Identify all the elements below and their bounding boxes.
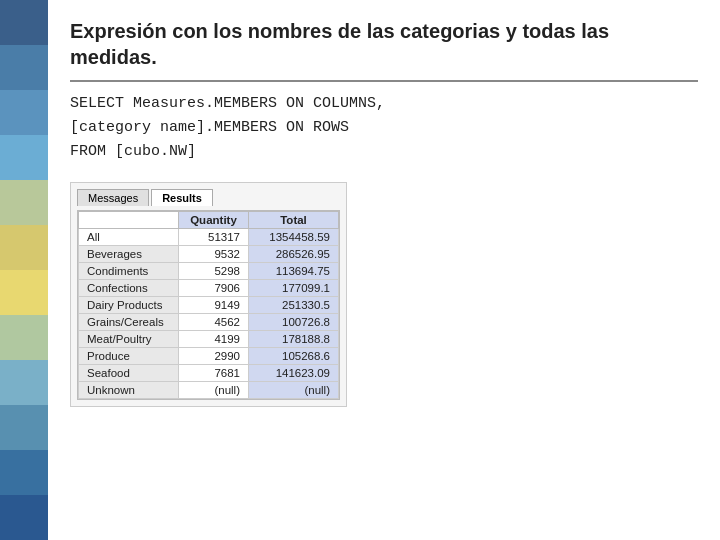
cell-name: All [79, 229, 179, 246]
code-block: SELECT Measures.MEMBERS ON COLUMNS, [cat… [70, 92, 698, 164]
table-header-row: Quantity Total [79, 212, 339, 229]
tab-results[interactable]: Results [151, 189, 213, 206]
header-quantity: Quantity [179, 212, 249, 229]
cell-name: Confections [79, 280, 179, 297]
header-total: Total [249, 212, 339, 229]
cell-quantity: 4199 [179, 331, 249, 348]
cell-total: 177099.1 [249, 280, 339, 297]
sidebar-color-block [0, 90, 48, 135]
sidebar-color-block [0, 270, 48, 315]
cell-quantity: 5298 [179, 263, 249, 280]
sidebar-color-block [0, 0, 48, 45]
cell-total: 141623.09 [249, 365, 339, 382]
cell-total: 286526.95 [249, 246, 339, 263]
cell-name: Grains/Cereals [79, 314, 179, 331]
sidebar-color-block [0, 180, 48, 225]
code-line-1: SELECT Measures.MEMBERS ON COLUMNS, [70, 92, 698, 116]
cell-name: Seafood [79, 365, 179, 382]
cell-total: 105268.6 [249, 348, 339, 365]
table-row: Grains/Cereals4562100726.8 [79, 314, 339, 331]
tabs-row: Messages Results [77, 189, 340, 206]
sidebar-color-block [0, 225, 48, 270]
table-row: Condiments5298113694.75 [79, 263, 339, 280]
result-container: Messages Results Quantity Total All51317… [70, 182, 347, 407]
header-name [79, 212, 179, 229]
cell-total: 100726.8 [249, 314, 339, 331]
sidebar-color-block [0, 495, 48, 540]
table-row: Beverages9532286526.95 [79, 246, 339, 263]
table-row: Seafood7681141623.09 [79, 365, 339, 382]
cell-total: (null) [249, 382, 339, 399]
table-row: Meat/Poultry4199178188.8 [79, 331, 339, 348]
cell-name: Beverages [79, 246, 179, 263]
cell-name: Condiments [79, 263, 179, 280]
cell-total: 251330.5 [249, 297, 339, 314]
page-title: Expresión con los nombres de las categor… [70, 18, 698, 82]
result-table-wrapper: Quantity Total All513171354458.59Beverag… [77, 210, 340, 400]
sidebar-color-block [0, 135, 48, 180]
cell-quantity: 2990 [179, 348, 249, 365]
cell-name: Dairy Products [79, 297, 179, 314]
table-row: All513171354458.59 [79, 229, 339, 246]
cell-quantity: 9532 [179, 246, 249, 263]
tab-messages[interactable]: Messages [77, 189, 149, 206]
cell-total: 1354458.59 [249, 229, 339, 246]
data-table: Quantity Total All513171354458.59Beverag… [78, 211, 339, 399]
cell-name: Unknown [79, 382, 179, 399]
cell-quantity: 7681 [179, 365, 249, 382]
sidebar-color-block [0, 360, 48, 405]
cell-quantity: 4562 [179, 314, 249, 331]
cell-quantity: 9149 [179, 297, 249, 314]
table-row: Unknown(null)(null) [79, 382, 339, 399]
code-line-3: FROM [cubo.NW] [70, 140, 698, 164]
cell-quantity: 51317 [179, 229, 249, 246]
table-row: Confections7906177099.1 [79, 280, 339, 297]
cell-name: Meat/Poultry [79, 331, 179, 348]
cell-quantity: (null) [179, 382, 249, 399]
cell-total: 178188.8 [249, 331, 339, 348]
sidebar [0, 0, 48, 540]
sidebar-color-block [0, 450, 48, 495]
table-row: Produce2990105268.6 [79, 348, 339, 365]
cell-total: 113694.75 [249, 263, 339, 280]
cell-name: Produce [79, 348, 179, 365]
cell-quantity: 7906 [179, 280, 249, 297]
page: Expresión con los nombres de las categor… [0, 0, 720, 540]
code-line-2: [category name].MEMBERS ON ROWS [70, 116, 698, 140]
sidebar-color-block [0, 405, 48, 450]
main-content: Expresión con los nombres de las categor… [48, 0, 720, 540]
sidebar-color-block [0, 315, 48, 360]
table-row: Dairy Products9149251330.5 [79, 297, 339, 314]
sidebar-color-block [0, 45, 48, 90]
